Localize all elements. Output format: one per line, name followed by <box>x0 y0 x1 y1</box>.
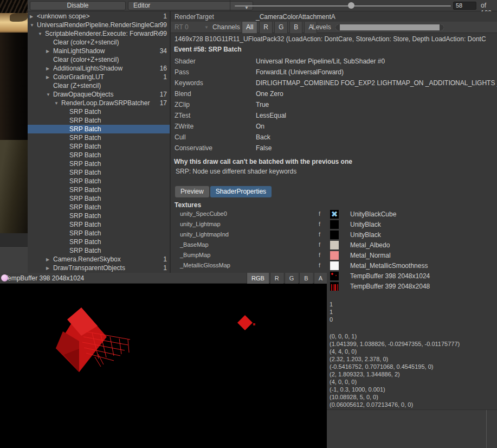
preview-channel-button-rgb[interactable]: RGB <box>247 273 269 284</box>
float-value: 1 <box>330 308 333 316</box>
texture-thumbnail-albedo[interactable] <box>330 241 339 249</box>
texture-row: _MetallicGlossMapfMetal_MetallicSmoothne… <box>171 261 497 271</box>
tree-row[interactable]: ▶Camera.RenderSkybox1 <box>28 255 170 264</box>
event-tree-panel: ▶<unknown scope>1▼UniversalRenderPipelin… <box>28 11 170 273</box>
levels-max-handle[interactable] <box>440 24 444 30</box>
texture-asset-name[interactable]: UnityBlack <box>350 221 381 228</box>
chevron-right-icon[interactable]: ▶ <box>46 266 53 271</box>
scrollbar-track-edge[interactable] <box>486 410 487 448</box>
channel-button-all[interactable]: All <box>242 22 257 33</box>
frame-slider-track[interactable] <box>235 5 451 7</box>
texture-asset-name[interactable]: Metal_MetallicSmoothness <box>350 262 428 270</box>
tree-row[interactable]: SRP Batch <box>28 116 170 125</box>
frame-slider-handle[interactable] <box>348 2 354 9</box>
tree-row[interactable]: SRP Batch <box>28 133 170 142</box>
texture-asset-name[interactable]: TempBuffer 399 2048x2048 <box>350 283 430 290</box>
tree-row[interactable]: ▶ColorGradingLUT1 <box>28 73 170 81</box>
disable-button[interactable]: Disable <box>30 1 126 10</box>
tree-row[interactable]: Clear (color+Z+stencil) <box>28 38 170 47</box>
tab-preview[interactable]: Preview <box>175 186 209 197</box>
chevron-down-icon[interactable]: ▼ <box>30 23 37 28</box>
tree-row[interactable]: Clear (color+Z+stencil) <box>28 55 170 64</box>
texture-flag: f <box>319 241 320 248</box>
detail-value: Back <box>256 133 270 141</box>
tree-row[interactable]: ▼RenderLoop.DrawSRPBatcher17 <box>28 99 170 107</box>
texture-asset-name[interactable]: UnityBlack <box>350 231 381 239</box>
detail-value: False <box>256 144 272 152</box>
texture-asset-name[interactable]: UnityBlackCube <box>350 210 396 218</box>
texture-asset-name[interactable]: TempBuffer 398 2048x1024 <box>350 272 430 280</box>
texture-thumbnail-tb398[interactable] <box>330 272 339 280</box>
detail-value: DIRLIGHTMAP_COMBINED FOG_EXP2 LIGHTMAP_O… <box>256 79 497 87</box>
preview-channel-button-b[interactable]: B <box>299 273 312 284</box>
levels-range-slider[interactable] <box>335 24 444 30</box>
chevron-right-icon[interactable]: ▶ <box>46 66 53 71</box>
tree-row[interactable]: ▶<unknown scope>1 <box>28 12 170 21</box>
texture-thumbnail-normal[interactable] <box>330 251 339 260</box>
texture-thumbnail-cube[interactable]: ✖ <box>330 210 339 219</box>
tree-row[interactable]: SRP Batch <box>28 142 170 151</box>
texture-thumbnail-white[interactable] <box>330 261 339 270</box>
texture-asset-name[interactable]: Metal_Albedo <box>350 241 390 249</box>
tree-row[interactable]: SRP Batch <box>28 151 170 159</box>
chevron-right-icon[interactable]: ▶ <box>46 49 53 54</box>
tree-row[interactable]: ▼ScriptableRenderer.Execute: ForwardRend… <box>28 29 170 38</box>
texture-thumbnail-tb399[interactable] <box>330 282 339 291</box>
detail-label: Shader <box>175 57 196 65</box>
texture-property-name: unity_Lightmap <box>180 221 221 227</box>
tree-row[interactable]: SRP Batch <box>28 177 170 185</box>
tree-row-label: SRP Batch <box>69 195 167 202</box>
red-speck <box>253 323 255 325</box>
tree-row[interactable]: SRP Batch <box>28 203 170 212</box>
preview-channel-button-g[interactable]: G <box>285 273 299 284</box>
channel-button-g[interactable]: G <box>274 22 288 33</box>
detail-row-conservative: ConservativeFalse <box>171 143 497 154</box>
texture-asset-name[interactable]: Metal_Normal <box>350 252 391 259</box>
detail-row-shader: ShaderUniversal Render Pipeline/Lit, Sub… <box>171 56 497 67</box>
tree-row[interactable]: ▶DrawTransparentObjects1 <box>28 264 170 272</box>
tree-row[interactable]: SRP Batch <box>28 238 170 246</box>
tree-row[interactable]: Clear (Z+stencil) <box>28 81 170 90</box>
preview-channel-button-r[interactable]: R <box>270 273 283 284</box>
levels-min-handle[interactable] <box>335 24 340 30</box>
texture-flag: f <box>319 221 320 227</box>
channel-button-r[interactable]: R <box>259 22 273 33</box>
tree-row[interactable]: SRP Batch <box>28 159 170 168</box>
frame-number-field[interactable]: 58 <box>453 2 476 10</box>
tree-row[interactable]: ▼UniversalRenderPipeline.RenderSingleCam… <box>28 21 170 29</box>
tree-row[interactable]: ▼DrawOpaqueObjects17 <box>28 90 170 99</box>
tree-row[interactable]: SRP Batch <box>28 246 170 255</box>
scene-ground <box>0 140 28 233</box>
chevron-right-icon[interactable]: ▶ <box>46 75 53 80</box>
texture-property-name: _MetallicGlossMap <box>180 262 230 268</box>
tree-row[interactable]: SRP Batch <box>28 185 170 194</box>
rt-index-dropdown[interactable]: RT 0 <box>175 23 189 31</box>
tree-row[interactable]: SRP Batch <box>28 125 170 133</box>
chevron-down-icon[interactable]: ▼ <box>38 31 45 36</box>
tree-row-label: Clear (color+Z+stencil) <box>53 39 167 46</box>
texture-thumbnail-black[interactable] <box>330 231 339 239</box>
chevron-right-icon[interactable]: ▶ <box>30 14 37 19</box>
tab-shader-properties[interactable]: ShaderProperties <box>210 186 272 197</box>
vector-value: (2, 1.809323, 1.344886, 2) <box>330 370 460 378</box>
tree-row[interactable]: ▶MainLightShadow34 <box>28 47 170 55</box>
preview-channel-button-a[interactable]: A <box>314 273 327 284</box>
batching-reason-text: SRP: Node use different shader keywords <box>176 168 296 175</box>
vector-value: (0.06005612, 0.07213476, 0, 0) <box>330 401 460 408</box>
preview-canvas <box>0 284 327 448</box>
float-value: 0 <box>330 316 333 323</box>
tree-row[interactable]: SRP Batch <box>28 107 170 116</box>
tree-row[interactable]: ▶AdditionalLightsShadow16 <box>28 64 170 73</box>
tree-row-count: 99 <box>160 30 170 37</box>
channel-button-b[interactable]: B <box>289 22 302 33</box>
tree-row[interactable]: SRP Batch <box>28 168 170 177</box>
tree-row[interactable]: SRP Batch <box>28 229 170 238</box>
tree-row[interactable]: SRP Batch <box>28 212 170 220</box>
detail-value: Universal Render Pipeline/Lit, SubShader… <box>256 57 385 65</box>
chevron-right-icon[interactable]: ▶ <box>46 257 53 262</box>
tree-row[interactable]: SRP Batch <box>28 194 170 203</box>
chevron-down-icon[interactable]: ▼ <box>54 101 61 106</box>
texture-thumbnail-black[interactable] <box>330 220 339 229</box>
tree-row[interactable]: SRP Batch <box>28 220 170 229</box>
chevron-down-icon[interactable]: ▼ <box>46 92 53 97</box>
